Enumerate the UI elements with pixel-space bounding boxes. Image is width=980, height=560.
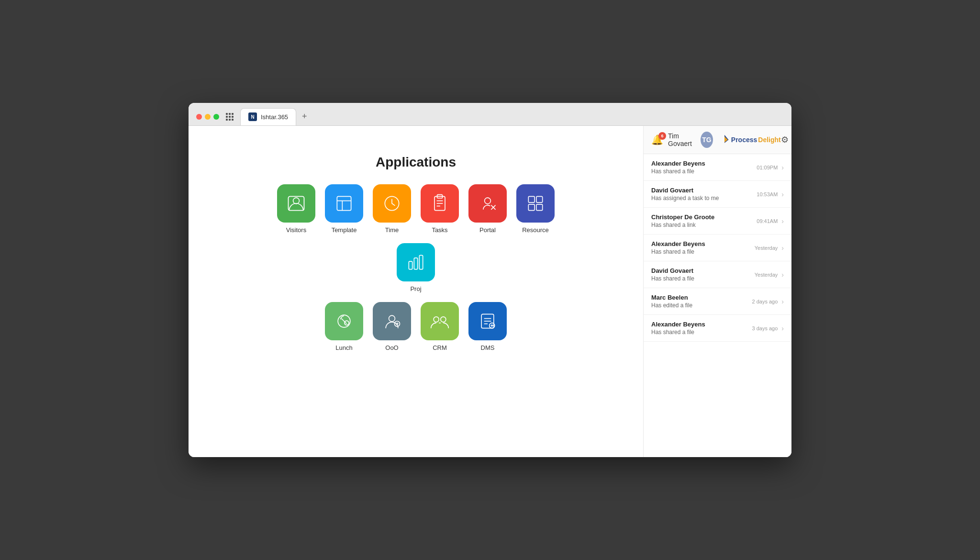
svg-rect-14	[528, 196, 535, 202]
notification-time-2: 09:41AM	[757, 218, 778, 224]
notification-name-3: Alexander Beyens	[651, 240, 755, 247]
notification-item[interactable]: Alexander Beyens Has shared a file 3 day…	[644, 315, 791, 342]
maximize-button[interactable]	[213, 114, 219, 120]
notification-desc-0: Has shared a file	[651, 168, 757, 175]
app-tasks[interactable]: Tasks	[421, 184, 459, 234]
notification-text-3: Alexander Beyens Has shared a file	[651, 240, 755, 255]
applications-title: Applications	[376, 155, 456, 170]
apps-row2: Lunch OoO CRM	[325, 302, 507, 351]
minimize-button[interactable]	[205, 114, 211, 120]
app-time-label: Time	[385, 226, 399, 234]
chevron-right-icon-6: ›	[781, 325, 784, 332]
app-portal[interactable]: Portal	[468, 184, 507, 234]
notification-badge: 6	[658, 132, 666, 140]
notification-text-6: Alexander Beyens Has shared a file	[651, 321, 752, 336]
chevron-right-icon-4: ›	[781, 271, 784, 279]
notification-desc-2: Has shared a link	[651, 222, 757, 228]
svg-point-28	[434, 317, 439, 322]
app-crm-label: CRM	[433, 344, 447, 351]
svg-point-29	[441, 317, 446, 322]
brand-delight-text: Delight	[758, 136, 780, 144]
app-dms[interactable]: DMS	[468, 302, 507, 351]
svg-point-11	[485, 198, 491, 204]
notification-desc-3: Has shared a file	[651, 248, 755, 255]
user-avatar: TG	[701, 132, 713, 148]
app-dms-icon	[468, 302, 507, 340]
chevron-right-icon-2: ›	[781, 217, 784, 225]
main-content: Applications Visitors Template	[189, 126, 643, 457]
brand-logo: Process Delight	[719, 134, 781, 146]
svg-point-24	[389, 315, 395, 322]
chevron-right-icon-0: ›	[781, 164, 784, 171]
svg-rect-2	[337, 196, 351, 210]
app-time[interactable]: Time	[373, 184, 411, 234]
notification-item[interactable]: Alexander Beyens Has shared a file Yeste…	[644, 235, 791, 261]
app-proj[interactable]: Proj	[397, 243, 435, 292]
notification-item[interactable]: Alexander Beyens Has shared a file 01:09…	[644, 154, 791, 181]
browser-window: N Ishtar.365 + Applications Visitors	[189, 103, 791, 457]
notification-bell[interactable]: 🔔 6	[651, 134, 663, 146]
app-visitors-icon	[277, 184, 315, 223]
app-tasks-label: Tasks	[432, 226, 447, 234]
notification-time-1: 10:53AM	[757, 191, 778, 197]
app-lunch[interactable]: Lunch	[325, 302, 363, 351]
svg-rect-16	[528, 204, 535, 211]
app-dms-label: DMS	[481, 344, 495, 351]
app-portal-label: Portal	[479, 226, 496, 234]
app-lunch-label: Lunch	[335, 344, 352, 351]
notification-desc-5: Has edited a file	[651, 302, 752, 309]
app-proj-label: Proj	[410, 285, 421, 292]
right-panel: 🔔 6 Tim Govaert TG Process Delight ⚙	[643, 126, 791, 457]
notification-list: Alexander Beyens Has shared a file 01:09…	[644, 154, 791, 457]
svg-rect-20	[419, 255, 423, 269]
notification-name-0: Alexander Beyens	[651, 160, 757, 167]
active-tab[interactable]: N Ishtar.365	[240, 108, 296, 125]
notification-item[interactable]: David Govaert Has shared a file Yesterda…	[644, 261, 791, 288]
chevron-right-icon-5: ›	[781, 298, 784, 305]
notification-item[interactable]: Christoper De Groote Has shared a link 0…	[644, 208, 791, 235]
new-tab-button[interactable]: +	[300, 110, 309, 123]
app-tasks-icon	[421, 184, 459, 223]
notification-time-4: Yesterday	[755, 272, 778, 278]
app-visitors[interactable]: Visitors	[277, 184, 315, 234]
notification-desc-6: Has shared a file	[651, 329, 752, 336]
panel-header: 🔔 6 Tim Govaert TG Process Delight ⚙	[644, 126, 791, 154]
browser-chrome: N Ishtar.365 +	[189, 103, 791, 126]
notification-time-5: 2 days ago	[752, 299, 778, 304]
svg-point-22	[345, 321, 349, 325]
app-proj-icon	[397, 243, 435, 281]
settings-icon[interactable]: ⚙	[781, 134, 789, 145]
svg-rect-15	[536, 196, 543, 202]
apps-grid-icon[interactable]	[225, 112, 234, 122]
close-button[interactable]	[196, 114, 202, 120]
app-resource-label: Resource	[522, 226, 549, 234]
tab-bar: N Ishtar.365 +	[240, 108, 784, 125]
notification-item[interactable]: David Govaert Has assigned a task to me …	[644, 181, 791, 208]
brand-icon	[719, 134, 730, 146]
notification-time-3: Yesterday	[755, 245, 778, 251]
notification-time-0: 01:09PM	[757, 165, 778, 170]
app-resource[interactable]: Resource	[516, 184, 555, 234]
chevron-right-icon-3: ›	[781, 244, 784, 252]
notification-item[interactable]: Marc Beelen Has edited a file 2 days ago…	[644, 288, 791, 315]
app-template-icon	[325, 184, 363, 223]
svg-rect-17	[536, 204, 543, 211]
app-portal-icon	[468, 184, 507, 223]
app-ooo-icon	[373, 302, 411, 340]
app-template[interactable]: Template	[325, 184, 363, 234]
svg-rect-19	[414, 258, 417, 269]
app-ooo[interactable]: OoO	[373, 302, 411, 351]
notification-name-2: Christoper De Groote	[651, 213, 757, 221]
notification-desc-1: Has assigned a task to me	[651, 195, 757, 202]
svg-rect-18	[409, 261, 412, 269]
brand-process-text: Process	[731, 136, 757, 144]
chevron-right-icon-1: ›	[781, 190, 784, 198]
svg-point-0	[293, 198, 300, 204]
tab-favicon: N	[248, 112, 257, 121]
notification-name-4: David Govaert	[651, 267, 755, 274]
notification-name-6: Alexander Beyens	[651, 321, 752, 328]
app-crm-icon	[421, 302, 459, 340]
app-crm[interactable]: CRM	[421, 302, 459, 351]
app-template-label: Template	[332, 226, 357, 234]
notification-text-2: Christoper De Groote Has shared a link	[651, 213, 757, 228]
